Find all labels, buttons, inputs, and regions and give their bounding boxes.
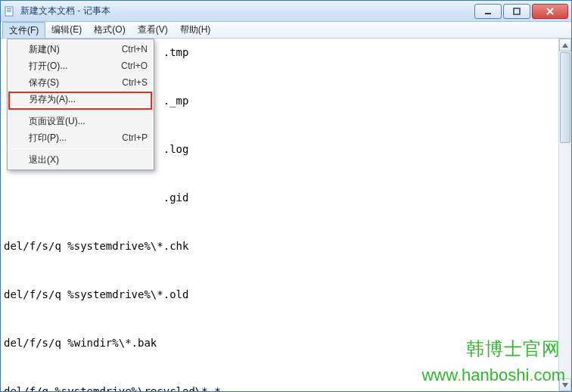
menu-label: 保存(S) bbox=[29, 76, 59, 89]
menu-label: 另存为(A)... bbox=[29, 93, 76, 106]
close-button[interactable] bbox=[532, 4, 568, 19]
menu-item-open[interactable]: 打开(O)... Ctrl+O bbox=[9, 58, 152, 74]
text-line: del/f/s/q %windir%\*.bak bbox=[4, 337, 157, 349]
menu-file[interactable]: 文件(F) bbox=[2, 22, 45, 38]
menu-label: 打印(P)... bbox=[29, 132, 67, 145]
menu-label: 退出(X) bbox=[29, 154, 59, 166]
menu-format[interactable]: 格式(O) bbox=[88, 22, 131, 38]
window-controls bbox=[473, 4, 568, 19]
titlebar: 新建文本文档 - 记事本 bbox=[1, 1, 571, 22]
window-title: 新建文本文档 - 记事本 bbox=[20, 5, 473, 17]
content-area: del/f/s/q %systemdrive%\*.tmp del/f/s/q … bbox=[1, 39, 571, 391]
notepad-icon bbox=[4, 5, 16, 17]
menu-item-saveas[interactable]: 另存为(A)... bbox=[9, 91, 152, 107]
svg-rect-5 bbox=[514, 8, 520, 14]
svg-rect-3 bbox=[7, 11, 11, 12]
text-line: del/f/s/q %systemdrive%\*.old bbox=[4, 288, 188, 300]
scroll-thumb[interactable] bbox=[560, 52, 570, 143]
file-menu-dropdown: 新建(N) Ctrl+N 打开(O)... Ctrl+O 保存(S) Ctrl+… bbox=[7, 39, 154, 170]
svg-rect-2 bbox=[7, 10, 11, 11]
text-line: del/f/q %systemdrive%\recycled\*.* bbox=[4, 385, 221, 391]
text-line: .gid bbox=[163, 191, 189, 204]
text-line: del/f/s/q %systemdrive%\*.chk bbox=[4, 240, 188, 252]
menu-label: 打开(O)... bbox=[29, 60, 67, 73]
menubar: 文件(F) 编辑(E) 格式(O) 查看(V) 帮助(H) bbox=[1, 22, 571, 39]
menu-separator bbox=[11, 110, 151, 110]
menu-item-exit[interactable]: 退出(X) bbox=[9, 151, 152, 168]
svg-rect-4 bbox=[485, 13, 491, 14]
text-line: .log bbox=[163, 143, 189, 155]
text-line: .tmp bbox=[163, 46, 189, 58]
scroll-up-button[interactable] bbox=[559, 39, 571, 51]
menu-item-save[interactable]: 保存(S) Ctrl+S bbox=[9, 74, 152, 91]
menu-edit[interactable]: 编辑(E) bbox=[45, 22, 88, 38]
menu-view[interactable]: 查看(V) bbox=[132, 22, 174, 38]
menu-shortcut: Ctrl+N bbox=[122, 44, 148, 54]
minimize-button[interactable] bbox=[474, 4, 502, 19]
svg-rect-1 bbox=[7, 8, 11, 9]
menu-shortcut: Ctrl+O bbox=[121, 61, 148, 71]
menu-shortcut: Ctrl+S bbox=[122, 77, 148, 88]
menu-item-pagesetup[interactable]: 页面设置(U)... bbox=[9, 113, 152, 129]
menu-separator bbox=[11, 148, 151, 149]
menu-item-print[interactable]: 打印(P)... Ctrl+P bbox=[9, 129, 152, 146]
menu-help[interactable]: 帮助(H) bbox=[174, 22, 217, 38]
notepad-window: 新建文本文档 - 记事本 文件(F) 编辑(E) 格式(O) 查看(V) 帮助(… bbox=[0, 0, 572, 392]
menu-item-new[interactable]: 新建(N) Ctrl+N bbox=[9, 41, 152, 58]
maximize-button[interactable] bbox=[503, 4, 530, 19]
text-line: ._mp bbox=[163, 95, 189, 107]
menu-label: 新建(N) bbox=[29, 43, 60, 56]
menu-label: 页面设置(U)... bbox=[29, 115, 85, 128]
menu-shortcut: Ctrl+P bbox=[122, 132, 148, 143]
vertical-scrollbar[interactable] bbox=[558, 39, 571, 391]
scroll-down-button[interactable] bbox=[559, 378, 571, 391]
